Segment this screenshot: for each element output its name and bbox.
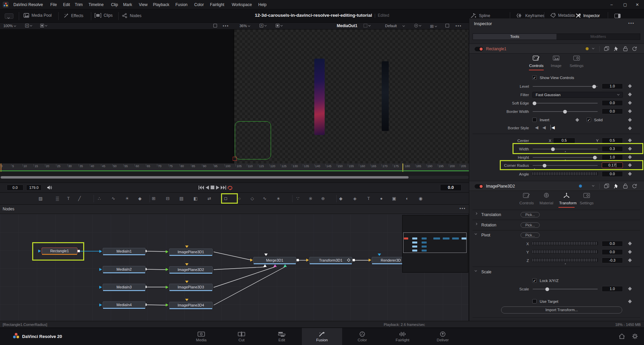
merge-tool-icon[interactable]: ▤ — [178, 195, 185, 202]
play-button[interactable] — [216, 186, 219, 190]
menu-file[interactable]: File — [50, 2, 57, 7]
text-plus-tool-icon[interactable]: T — [65, 195, 72, 202]
rectangle1-enable-toggle[interactable] — [475, 47, 483, 51]
right-viewer-channel-button[interactable]: A — [260, 24, 266, 27]
color-label-chevron-icon[interactable] — [592, 47, 594, 49]
color-label-dot-blue[interactable] — [579, 185, 582, 188]
menu-color[interactable]: Color — [194, 2, 204, 7]
center-y-field[interactable]: 0.5 — [602, 138, 623, 143]
lut-select[interactable]: Default — [385, 24, 405, 28]
left-viewer-menu-button[interactable]: ••• — [223, 24, 229, 28]
scale-keyframe-diamond[interactable] — [628, 287, 632, 290]
clips-button[interactable]: Clips — [95, 13, 113, 18]
app-logo-icon[interactable] — [3, 2, 9, 8]
pivot-z-keyframe-diamond[interactable] — [628, 258, 632, 262]
node-mediain4[interactable]: MediaIn4 — [103, 301, 146, 308]
tab-plane-transform[interactable]: Transform — [559, 193, 574, 205]
media-pool-button[interactable]: Media Pool — [23, 13, 52, 18]
paint-tool-icon[interactable]: ╱ — [76, 195, 83, 202]
copy-settings-icon[interactable] — [604, 184, 609, 188]
menu-trim[interactable]: Trim — [75, 2, 83, 7]
colorcorrector-tool-icon[interactable]: ∴ — [96, 195, 103, 202]
grid-button[interactable]: ⊞ — [430, 24, 437, 29]
pin-icon[interactable] — [614, 46, 619, 51]
solid-checkbox[interactable]: ✓ — [587, 118, 591, 122]
tab-plane-controls[interactable]: Controls — [519, 193, 534, 205]
node-rectangle1[interactable]: Rectangle1 — [42, 248, 77, 254]
home-icon[interactable] — [619, 334, 625, 339]
shape3d-tool-icon[interactable]: ◈ — [351, 195, 359, 202]
border-style-keyframe-diamond[interactable] — [628, 126, 632, 130]
window-maximize-button[interactable]: ▢ — [623, 2, 627, 7]
lock-xyz-checkbox[interactable]: ✓ — [532, 278, 537, 283]
page-tab-color[interactable]: Color — [342, 328, 382, 345]
rectangle1-header-strip[interactable]: Rectangle1 — [469, 44, 644, 54]
pivot-z-thumbwheel[interactable] — [532, 258, 598, 262]
polygon-tool-icon[interactable]: ◇ — [249, 195, 256, 202]
menu-help[interactable]: Help — [258, 2, 267, 7]
page-tab-cut[interactable]: Cut — [221, 328, 262, 345]
metadata-button[interactable]: Metadata — [550, 13, 575, 18]
pmerge-tool-icon[interactable]: ※ — [307, 195, 314, 202]
left-viewer-zoom-select[interactable]: 100% — [3, 24, 16, 28]
filter-select[interactable]: Fast Gaussian — [532, 92, 623, 98]
lights-button[interactable] — [414, 24, 421, 27]
color-label-chevron-icon[interactable] — [592, 184, 594, 187]
border-style-bevel-icon[interactable]: ◀ — [535, 125, 538, 130]
node-imageplane3d2[interactable]: ImagePlane3D2 — [169, 266, 213, 273]
corner-radius-field[interactable]: 0.17 — [602, 162, 623, 168]
center-keyframe-diamond[interactable] — [628, 138, 632, 142]
node-imageplane3d3[interactable]: ImagePlane3D3 — [169, 284, 213, 290]
scale-field[interactable]: 1.0 — [602, 286, 623, 292]
menu-fairlight[interactable]: Fairlight — [210, 2, 224, 7]
stop-button[interactable] — [211, 186, 214, 189]
tab-modifiers[interactable]: Modifiers — [556, 34, 640, 40]
scale-slider[interactable] — [533, 289, 598, 289]
menu-mark[interactable]: Mark — [123, 2, 132, 7]
tab-plane-settings[interactable]: Settings — [579, 193, 594, 205]
menu-workspace[interactable]: Workspace — [232, 2, 252, 7]
go-to-start-button[interactable] — [199, 186, 204, 190]
range-in-field[interactable]: 0.0 — [7, 185, 23, 191]
pivot-x-thumbwheel[interactable] — [532, 242, 598, 245]
tab-tools[interactable]: Tools — [473, 34, 556, 40]
left-viewer-expand-button[interactable] — [213, 24, 217, 27]
level-slider[interactable] — [533, 86, 598, 87]
pivot-pick-button[interactable]: Pick... — [521, 232, 540, 238]
go-to-end-button[interactable] — [221, 186, 226, 190]
window-close-button[interactable]: ✕ — [636, 2, 639, 7]
nodes-panel-menu-button[interactable]: ••• — [460, 206, 466, 211]
brightness-contrast-tool-icon[interactable]: ☀ — [123, 195, 131, 202]
lock-icon[interactable] — [623, 46, 628, 51]
tab-plane-material[interactable]: Material — [539, 193, 554, 205]
spline-button[interactable]: Spline — [471, 13, 490, 18]
menu-timeline[interactable]: Timeline — [89, 2, 104, 7]
magicmask-tool-icon[interactable]: ∗ — [275, 195, 282, 202]
bspline-tool-icon[interactable]: ∿ — [261, 195, 268, 202]
height-keyframe-diamond[interactable] — [628, 155, 632, 159]
timeline-scrollbar-thumb[interactable] — [1, 176, 409, 179]
page-tab-edit[interactable]: Edit — [262, 328, 302, 345]
tab-rect-image[interactable]: Image — [549, 55, 564, 68]
node-imageplane3d1[interactable]: ImagePlane3D1 — [169, 249, 213, 255]
left-viewer[interactable] — [0, 29, 234, 163]
rotation-pick-button[interactable]: Pick... — [521, 222, 540, 228]
pin-icon-active[interactable] — [614, 184, 619, 189]
rectangle-tool-icon[interactable]: □ — [222, 195, 229, 202]
right-viewer-zoom-select[interactable]: 36% — [239, 24, 250, 28]
rectangle-mask-overlay[interactable] — [235, 121, 271, 159]
filter-keyframe-diamond[interactable] — [628, 92, 632, 96]
right-viewer-menu-button[interactable]: ••• — [455, 24, 462, 28]
prender-tool-icon[interactable]: ⊕ — [319, 195, 327, 202]
audio-mute-button[interactable] — [47, 185, 52, 190]
node-graph[interactable]: Rectangle1 MediaIn1 MediaIn2 MediaIn3 Me… — [0, 214, 469, 321]
width-slider[interactable] — [533, 149, 598, 149]
spotlight-tool-icon[interactable]: ◐ — [404, 195, 411, 202]
node-imageplane3d4[interactable]: ImagePlane3D4 — [169, 302, 213, 308]
center-x-field[interactable]: 0.5 — [553, 138, 575, 143]
rectangle-mask-handle[interactable] — [233, 157, 237, 161]
gear-icon[interactable] — [632, 333, 638, 339]
use-target-checkbox[interactable] — [532, 299, 537, 303]
pivot-z-field[interactable]: -0.3 — [602, 258, 623, 263]
width-field[interactable]: 0.3 — [602, 146, 623, 152]
